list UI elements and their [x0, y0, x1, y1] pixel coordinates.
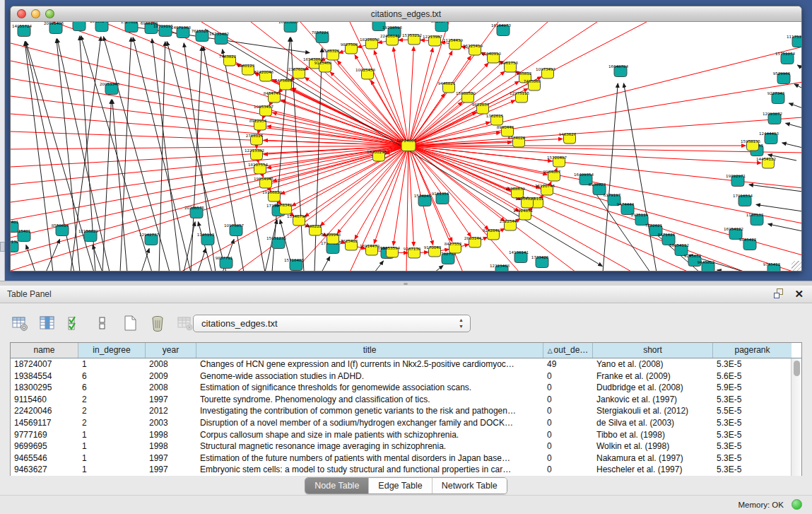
tab-node-table[interactable]: Node Table	[305, 478, 369, 493]
table-row[interactable]: 969969511998Structural magnetic resonanc…	[11, 440, 801, 452]
vertical-scrollbar[interactable]	[791, 358, 801, 476]
table-cell[interactable]: 5.3E-5	[713, 417, 792, 429]
column-header-title[interactable]: title	[196, 343, 543, 358]
table-cell[interactable]: 9699695	[11, 440, 78, 452]
table-mode-icon[interactable]	[10, 313, 30, 333]
table-cell[interactable]: 1998	[146, 440, 196, 452]
scrollbar-thumb[interactable]	[794, 361, 800, 376]
table-cell[interactable]: de Silva et al. (2003)	[593, 417, 713, 429]
graph-node[interactable]	[73, 22, 86, 31]
panel-splitter-handle[interactable]	[0, 242, 5, 252]
table-row[interactable]: 911546021997Tourette syndrome. Phenomeno…	[11, 394, 801, 406]
table-cell[interactable]: Estimation of the future numbers of pati…	[196, 452, 543, 465]
table-cell[interactable]: 22420046	[11, 405, 78, 417]
table-cell[interactable]: Structural magnetic resonance image aver…	[196, 440, 543, 452]
table-cell[interactable]: 5.3E-5	[713, 429, 792, 441]
table-row[interactable]: 977716911998Corpus callosum shape and si…	[11, 429, 801, 441]
column-header-pagerank[interactable]: pagerank	[713, 343, 792, 358]
window-resize-grip[interactable]	[792, 261, 801, 271]
table-cell[interactable]: Wolkin et al. (1998)	[593, 440, 713, 452]
table-cell[interactable]: Disruption of a novel member of a sodium…	[196, 417, 543, 429]
table-cell[interactable]: 0	[543, 405, 593, 417]
table-cell[interactable]: 2009	[146, 370, 196, 382]
table-cell[interactable]: 18724007	[11, 358, 78, 370]
tab-edge-table[interactable]: Edge Table	[369, 478, 432, 493]
table-cell[interactable]: 6	[78, 370, 146, 382]
table-cell[interactable]: 6	[78, 382, 146, 394]
table-cell[interactable]: 0	[543, 394, 593, 406]
column-header-name[interactable]: name	[11, 343, 78, 358]
table-cell[interactable]: 5.3E-5	[713, 464, 792, 476]
table-cell[interactable]: Yano et al. (2008)	[593, 358, 713, 370]
close-panel-icon[interactable]: ✕	[794, 288, 804, 299]
table-cell[interactable]: 0	[543, 452, 593, 465]
table-cell[interactable]: 1997	[146, 452, 196, 465]
table-row[interactable]: 1872400712008Changes of HCN gene express…	[11, 358, 801, 370]
citation-graph[interactable]: 1405572420691406191025441065324715276026…	[11, 22, 802, 271]
table-cell[interactable]: Investigating the contribution of common…	[196, 405, 543, 417]
new-column-icon[interactable]	[120, 313, 140, 333]
minimize-window-icon[interactable]	[31, 9, 40, 18]
table-cell[interactable]: Corpus callosum shape and size in male p…	[196, 429, 543, 441]
table-cell[interactable]: Estimation of significance thresholds fo…	[196, 382, 543, 394]
table-cell[interactable]: 1	[78, 452, 146, 465]
table-cell[interactable]: Embryonic stem cells: a model to study s…	[196, 464, 543, 476]
table-row[interactable]: 946362711997Embryonic stem cells: a mode…	[11, 464, 801, 476]
delete-column-icon[interactable]	[148, 313, 167, 333]
table-cell[interactable]: 5.3E-5	[713, 440, 792, 452]
network-canvas[interactable]: 1405572420691406191025441065324715276026…	[11, 22, 802, 271]
graph-node[interactable]	[435, 22, 448, 32]
column-header-short[interactable]: short	[593, 343, 713, 358]
table-cell[interactable]: 14569117	[11, 417, 78, 429]
table-cell[interactable]: 1997	[146, 394, 196, 406]
table-cell[interactable]: 2	[78, 405, 146, 417]
zoom-window-icon[interactable]	[45, 9, 54, 18]
table-cell[interactable]: 0	[543, 382, 593, 394]
table-cell[interactable]: 1998	[146, 429, 196, 441]
table-cell[interactable]: 19384554	[11, 370, 78, 382]
table-cell[interactable]: 1	[78, 429, 146, 441]
table-cell[interactable]: 5.9E-5	[713, 382, 792, 394]
merge-rows-icon[interactable]	[93, 313, 112, 333]
table-cell[interactable]: 1	[78, 440, 146, 452]
table-row[interactable]: 2242004622012Investigating the contribut…	[11, 405, 801, 417]
table-cell[interactable]: 5.6E-5	[713, 370, 792, 382]
table-cell[interactable]: 18300295	[11, 382, 78, 394]
table-cell[interactable]: 0	[543, 417, 593, 429]
table-cell[interactable]: Genome-wide association studies in ADHD.	[196, 370, 543, 382]
table-cell[interactable]: Franke et al. (2009)	[593, 370, 713, 382]
table-cell[interactable]: 2003	[146, 417, 196, 429]
horizontal-splitter[interactable]	[0, 281, 812, 286]
table-cell[interactable]: Tibbo et al. (1998)	[593, 429, 713, 441]
table-cell[interactable]: 0	[543, 429, 593, 441]
table-select-dropdown[interactable]: citations_edges.txt ▲▼	[193, 315, 471, 332]
table-cell[interactable]: 1997	[146, 464, 196, 476]
table-cell[interactable]: Hescheler et al. (1997)	[593, 464, 713, 476]
table-row[interactable]: 1830029562008Estimation of significance …	[11, 382, 801, 394]
table-cell[interactable]: 49	[543, 358, 593, 370]
table-cell[interactable]: 9115460	[11, 394, 78, 406]
graph-node[interactable]	[95, 22, 108, 32]
table-cell[interactable]: 5.3E-5	[713, 452, 792, 465]
table-cell[interactable]: 2	[78, 394, 146, 406]
memory-status-icon[interactable]	[792, 499, 802, 510]
table-cell[interactable]: 0	[543, 464, 593, 476]
table-cell[interactable]: 9777169	[11, 429, 78, 441]
table-cell[interactable]: Stergiakouli et al. (2012)	[593, 405, 713, 417]
table-cell[interactable]: Changes of HCN gene expression and I(f) …	[196, 358, 543, 370]
edit-checks-icon[interactable]	[65, 313, 85, 333]
table-cell[interactable]: 0	[543, 440, 593, 452]
table-row[interactable]: 1938455462009Genome-wide association stu…	[11, 370, 801, 382]
table-cell[interactable]: 9465546	[11, 452, 78, 465]
table-cell[interactable]: 2	[78, 417, 146, 429]
column-visibility-icon[interactable]	[37, 313, 57, 333]
float-panel-icon[interactable]	[774, 288, 784, 299]
delete-table-icon[interactable]	[175, 313, 195, 333]
column-header-out_de[interactable]: △out_de…	[543, 343, 593, 358]
tab-network-table[interactable]: Network Table	[433, 478, 507, 493]
table-cell[interactable]: Tourette syndrome. Phenomenology and cla…	[196, 394, 543, 406]
table-cell[interactable]: 9463627	[11, 464, 78, 476]
table-cell[interactable]: Jankovic et al. (1997)	[593, 394, 713, 406]
table-cell[interactable]: Nakamura et al. (1997)	[593, 452, 713, 465]
table-row[interactable]: 946554611997Estimation of the future num…	[11, 452, 801, 465]
